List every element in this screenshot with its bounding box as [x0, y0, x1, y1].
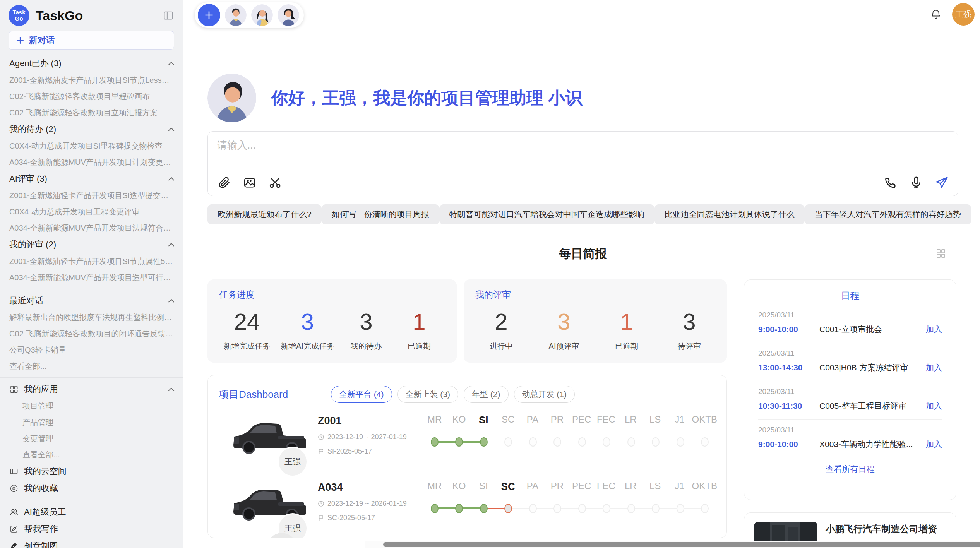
- join-meeting-link[interactable]: 加入: [926, 439, 942, 450]
- milestone-dot[interactable]: [578, 504, 586, 513]
- pen-icon: [9, 541, 19, 548]
- sidebar-task-item[interactable]: A034-全新新能源MUV产品开发项目法规符合性评审: [0, 220, 183, 236]
- milestone-dot[interactable]: [578, 437, 586, 447]
- sidebar-app-item[interactable]: 产品管理: [0, 414, 183, 430]
- milestone-dot[interactable]: [455, 504, 463, 513]
- milestone-dot[interactable]: [455, 437, 463, 447]
- milestone-dot[interactable]: [701, 437, 709, 447]
- sidebar-task-item[interactable]: C0X4-动力总成开发项目工程变更评审: [0, 204, 183, 220]
- milestone-label: LS: [643, 414, 667, 426]
- sidebar-collapse-icon[interactable]: [163, 10, 174, 21]
- milestone-dot[interactable]: [529, 437, 537, 447]
- sidebar-app-item[interactable]: 变更管理: [0, 430, 183, 447]
- sidebar-my-apps[interactable]: 我的应用: [0, 381, 183, 398]
- milestone-dot[interactable]: [652, 504, 660, 513]
- sidebar-task-item[interactable]: C02-飞腾新能源轻客改款项目立项汇报方案: [0, 104, 183, 121]
- sidebar-task-item[interactable]: Z001-全新燃油轻卡产品开发项目SI造型提交物评审: [0, 187, 183, 204]
- sidebar-task-item[interactable]: C02-飞腾新能源轻客改款项目里程碑画布: [0, 88, 183, 104]
- milestone-dot[interactable]: [504, 437, 512, 447]
- message-input[interactable]: [217, 139, 949, 151]
- sidebar-task-item[interactable]: Z001-全新燃油皮卡产品开发项目SI节点Lesson Learn报告: [0, 72, 183, 88]
- microphone-icon[interactable]: [909, 176, 923, 190]
- sidebar-favorites[interactable]: 我的收藏: [0, 480, 183, 497]
- sidebar-cloud-space[interactable]: 我的云空间: [0, 463, 183, 480]
- suggestion-chip[interactable]: 比亚迪全固态电池计划具体说了什么: [654, 204, 805, 224]
- schedule-item: 2025/03/1110:30-11:30C005-整车工程目标评审加入: [758, 381, 942, 420]
- scissors-icon[interactable]: [268, 176, 282, 190]
- milestone-dot[interactable]: [603, 437, 610, 447]
- horizontal-scrollbar[interactable]: [365, 541, 980, 548]
- greeting-block: 你好，王强，我是你的项目管理助理 小识: [207, 74, 582, 122]
- sidebar-section-header[interactable]: 我的待办 (2): [0, 121, 183, 138]
- sidebar-task-item[interactable]: C0X4-动力总成开发项目SI里程碑提交物检查: [0, 138, 183, 154]
- sidebar-scroll[interactable]: Agent已办 (3)Z001-全新燃油皮卡产品开发项目SI节点Lesson L…: [0, 55, 183, 548]
- sidebar-task-item[interactable]: A034-全新新能源MUV产品开发项目造型可行性评审: [0, 269, 183, 286]
- sidebar-tool-pen-icon[interactable]: 创意制图: [0, 538, 183, 548]
- milestone-dot[interactable]: [652, 437, 660, 447]
- milestone-dot[interactable]: [603, 504, 610, 513]
- avatar[interactable]: [278, 4, 299, 26]
- sidebar-tool-people-icon[interactable]: AI超级员工: [0, 503, 183, 521]
- image-icon[interactable]: [243, 176, 257, 190]
- layout-grid-icon[interactable]: [935, 248, 947, 259]
- scrollbar-thumb[interactable]: [383, 542, 980, 547]
- milestone-dot[interactable]: [431, 504, 439, 513]
- avatar[interactable]: [251, 4, 273, 26]
- sidebar-task-item[interactable]: Z001-全新燃油轻卡产品开发项目SI节点属性5D文件评审: [0, 253, 183, 269]
- milestone-dot[interactable]: [553, 437, 561, 447]
- sidebar-task-item[interactable]: A034-全新新能源MUV产品开发项目计划变更表编写: [0, 154, 183, 170]
- stat-label: 待评审: [668, 341, 711, 351]
- milestone-dot[interactable]: [627, 437, 635, 447]
- sidebar-tool-write-icon[interactable]: 帮我写作: [0, 521, 183, 538]
- sidebar-recent-header[interactable]: 最近对话: [0, 292, 183, 309]
- milestone-dot[interactable]: [627, 504, 635, 513]
- phone-call-icon[interactable]: [884, 176, 898, 190]
- milestone-label: FEC: [594, 481, 618, 493]
- milestone-dot[interactable]: [480, 504, 488, 513]
- milestone-dot[interactable]: [480, 437, 488, 447]
- dashboard-tab[interactable]: 年型 (2): [464, 386, 509, 403]
- recent-conversation-item[interactable]: C02-飞腾新能源轻客改款项目的闭环通告反馈情况: [0, 325, 183, 342]
- user-avatar[interactable]: 王强: [952, 3, 975, 26]
- sidebar-section-header[interactable]: 我的评审 (2): [0, 236, 183, 253]
- project-row[interactable]: 王强Z0012023-12-19 ~ 2027-01-19SI-2025-05-…: [219, 409, 716, 476]
- send-icon[interactable]: [935, 176, 949, 190]
- join-meeting-link[interactable]: 加入: [926, 362, 942, 373]
- suggestion-chip[interactable]: 如何写一份清晰的项目周报: [322, 204, 439, 224]
- recent-conversation-item[interactable]: 公司Q3轻卡销量: [0, 342, 183, 358]
- join-meeting-link[interactable]: 加入: [926, 401, 942, 411]
- view-all-conversations-link[interactable]: 查看全部...: [0, 358, 183, 374]
- attachment-icon[interactable]: [217, 176, 231, 190]
- join-meeting-link[interactable]: 加入: [926, 324, 942, 335]
- new-chat-button[interactable]: 新对话: [9, 31, 174, 50]
- sidebar-section-header[interactable]: AI评审 (3): [0, 170, 183, 187]
- milestone-dot[interactable]: [553, 504, 561, 513]
- schedule-date: 2025/03/11: [758, 311, 942, 319]
- add-agent-button[interactable]: [198, 4, 220, 26]
- milestone-dot[interactable]: [701, 504, 709, 513]
- flag-milestone: SI-2025-05-17: [327, 447, 372, 456]
- milestone-dot[interactable]: [677, 437, 684, 447]
- milestone-dot[interactable]: [504, 504, 512, 513]
- suggestion-chip[interactable]: 当下年轻人对汽车外观有怎样的喜好趋势: [805, 204, 971, 224]
- sidebar-app-item[interactable]: 项目管理: [0, 398, 183, 414]
- milestone-dot[interactable]: [677, 504, 684, 513]
- owner-avatar: 王强: [278, 447, 308, 477]
- dashboard-tab[interactable]: 全新上装 (3): [397, 386, 459, 403]
- view-all-schedule-link[interactable]: 查看所有日程: [758, 464, 942, 474]
- milestone-label: MR: [422, 414, 447, 426]
- recent-conversation-item[interactable]: 解释最新出台的欧盟报废车法规再生塑料比例被调至15%...: [0, 309, 183, 325]
- milestone-dot[interactable]: [529, 504, 537, 513]
- suggestion-chip[interactable]: 欧洲新规最近颁布了什么?: [207, 204, 322, 224]
- schedule-row: 9:00-10:00X003-车辆动力学性能验...加入: [758, 439, 942, 450]
- sidebar-section-header[interactable]: Agent已办 (3): [0, 55, 183, 72]
- dashboard-tab[interactable]: 全新平台 (4): [331, 386, 392, 403]
- suggestion-chip[interactable]: 特朗普可能对进口汽车增税会对中国车企造成哪些影响: [439, 204, 654, 224]
- notification-bell-icon[interactable]: [930, 8, 942, 21]
- milestone-dot[interactable]: [431, 437, 439, 447]
- clock-icon: [318, 434, 324, 440]
- avatar[interactable]: [225, 4, 247, 26]
- sidebar-app-item[interactable]: 查看全部...: [0, 447, 183, 463]
- project-row[interactable]: 王强A0342023-12-19 ~ 2026-01-19SC-2025-05-…: [219, 476, 716, 538]
- dashboard-tab[interactable]: 动总开发 (1): [514, 386, 575, 403]
